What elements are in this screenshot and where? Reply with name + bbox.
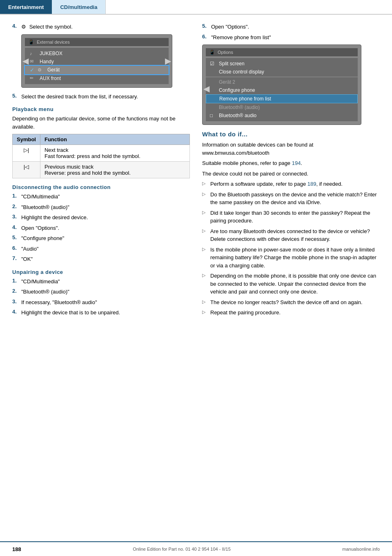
symbol-prev: |◁ <box>13 162 40 178</box>
disconnect-step-4-text: Open "Options". <box>21 224 59 232</box>
bullet-4-arrow: ▷ <box>202 227 208 234</box>
disconnect-step-7-num: 7. <box>12 255 21 261</box>
playback-body: Depending on the particular device, some… <box>12 115 190 131</box>
unpair-heading: Unpairing a device <box>12 269 190 275</box>
footer: 188 Online Edition for Part no. 01 40 2 … <box>0 541 392 556</box>
disconnect-step-1-text: "CD/Multimedia" <box>21 193 60 201</box>
screen2-title-icon: 📱 <box>209 49 215 55</box>
bullet-2-text: Do the Bluetooth passkeys on the device … <box>210 191 380 207</box>
disconnect-step-4-num: 4. <box>12 224 21 230</box>
jukebox-icon: ♪ <box>30 51 36 56</box>
gerat-check: ✓ <box>30 67 34 73</box>
aux-label: AUX front <box>40 76 61 81</box>
what-para2: Suitable mobile phones, refer to page 19… <box>202 159 380 167</box>
disconnect-step-3: 3. Highlight the desired device. <box>12 214 190 222</box>
right-step-6-num: 6. <box>202 33 211 40</box>
disconnect-step-2-text: "Bluetooth® (audio)" <box>21 203 69 211</box>
bullet-3-arrow: ▷ <box>202 209 208 215</box>
bullet-4: ▷ Are too many Bluetooth devices connect… <box>202 227 380 243</box>
disconnect-step-7: 7. "OK" <box>12 255 190 263</box>
right-step-6-row: 6. "Remove phone from list" <box>202 33 380 42</box>
col-symbol-header: Symbol <box>13 134 40 145</box>
bullet-7: ▷ The device no longer reacts? Switch th… <box>202 298 380 307</box>
screen1-row-handy: ✉ Handy <box>25 58 169 66</box>
bullet-1: ▷ Perform a software update, refer to pa… <box>202 180 380 188</box>
disconnect-step-5-num: 5. <box>12 234 21 240</box>
disconnect-step-6-text: "Audio" <box>21 245 38 253</box>
divider1 <box>206 77 358 77</box>
function-prev: Previous music track Reverse: press and … <box>40 162 189 178</box>
unpair-step-3-text: If necessary, "Bluetooth® audio" <box>21 298 97 307</box>
unpair-step-3: 3. If necessary, "Bluetooth® audio" <box>12 298 190 307</box>
disconnect-heading: Disconnecting the audio connection <box>12 184 190 190</box>
right-step-6-text: "Remove phone from list" <box>211 33 271 42</box>
unpair-step-2: 2. "Bluetooth® (audio)" <box>12 288 190 296</box>
disconnect-step-3-num: 3. <box>12 214 21 220</box>
option-bt-audio: Bluetooth® (audio) <box>206 103 358 111</box>
func-prev-line1: Previous music track <box>45 164 185 170</box>
bullet-7-text: The device no longer reacts? Switch the … <box>210 298 363 307</box>
screen-external-devices: 📱 External devices ♪ JUKEBOX ✉ Handy ✓ ⚙… <box>21 34 172 88</box>
bullet-6-text: Depending on the mobile phone, it is pos… <box>210 272 380 296</box>
table-header-row: Symbol Function <box>13 134 190 145</box>
table-row: |◁ Previous music track Reverse: press a… <box>13 162 190 178</box>
screen2-nav-left: ◀ <box>203 84 209 93</box>
disconnect-step-1: 1. "CD/Multimedia" <box>12 193 190 201</box>
bullet-6-arrow: ▷ <box>202 272 208 278</box>
step-5-left-row: 5. Select the desired track from the lis… <box>12 93 190 101</box>
split-screen-check: ☑ <box>210 61 216 67</box>
gerat-label: Gerät <box>47 67 60 73</box>
step-4-num: 4. <box>12 23 21 29</box>
tab-entertainment[interactable]: Entertainment <box>0 0 52 14</box>
what-para1: Information on suitable devices can be f… <box>202 141 380 157</box>
tab-cd-label: CD/multimedia <box>60 4 97 10</box>
bullet-6: ▷ Depending on the mobile phone, it is p… <box>202 272 380 296</box>
disconnect-step-5: 5. "Configure phone" <box>12 234 190 242</box>
unpair-step-4-num: 4. <box>12 309 21 315</box>
tab-entertainment-label: Entertainment <box>8 4 44 10</box>
bullet-1-link: 189 <box>307 181 316 187</box>
tab-cd-multimedia[interactable]: CD/multimedia <box>52 0 106 14</box>
unpair-step-2-num: 2. <box>12 288 21 294</box>
screen2-titlebar: 📱 Options <box>206 48 358 56</box>
symbol-next: ▷| <box>13 145 40 162</box>
bullet-4-text: Are too many Bluetooth devices connected… <box>210 227 380 243</box>
bullet-3: ▷ Did it take longer than 30 seconds to … <box>202 209 380 225</box>
option-gerat2: Gerät 2 <box>206 78 358 86</box>
screen1-title-icon: 📱 <box>28 39 34 45</box>
disconnect-step-3-text: Highlight the desired device. <box>21 214 88 222</box>
header: Entertainment CD/multimedia <box>0 0 392 15</box>
disconnect-step-1-num: 1. <box>12 193 21 199</box>
footer-page-num: 188 <box>12 546 21 552</box>
right-step-5-row: 5. Open "Options". <box>202 23 380 31</box>
gerat2-label: Gerät 2 <box>219 79 235 85</box>
bullet-8-arrow: ▷ <box>202 309 208 315</box>
step-4-row: 4. ⚙ Select the symbol. <box>12 23 190 31</box>
footer-center-text: Online Edition for Part no. 01 40 2 954 … <box>133 547 231 552</box>
configure-phone-label: Configure phone <box>219 87 255 93</box>
right-step-5-num: 5. <box>202 23 211 29</box>
what-para3: The device could not be paired or connec… <box>202 170 380 178</box>
disconnect-step-6: 6. "Audio" <box>12 245 190 253</box>
bullet-5: ▷ Is the mobile phone in power-save mode… <box>202 246 380 270</box>
playback-heading: Playback menu <box>12 106 190 112</box>
gerat-icon: ⚙ <box>38 67 44 73</box>
disconnect-step-5-text: "Configure phone" <box>21 234 64 242</box>
step-5-left-text: Select the desired track from the list, … <box>21 93 138 101</box>
screen1-titlebar: 📱 External devices <box>25 38 169 46</box>
func-next-line1: Next track <box>45 147 185 153</box>
disconnect-step-7-text: "OK" <box>21 255 33 263</box>
step-4-text: ⚙ Select the symbol. <box>21 23 73 31</box>
disconnect-step-2: 2. "Bluetooth® (audio)" <box>12 203 190 211</box>
table-row: ▷| Next track Fast forward: press and ho… <box>13 145 190 162</box>
unpair-step-1-num: 1. <box>12 278 21 284</box>
bullet-1-text: Perform a software update, refer to page… <box>210 180 343 188</box>
unpair-step-1-text: "CD/Multimedia" <box>21 278 60 286</box>
para2-prefix: Suitable mobile phones, refer to page <box>202 160 292 166</box>
what-heading: What to do if... <box>202 131 380 138</box>
bullet-3-text: Did it take longer than 30 seconds to en… <box>210 209 380 225</box>
handy-icon: ✉ <box>30 59 36 64</box>
option-remove-phone: Remove phone from list <box>206 94 358 103</box>
option-close-control: Close control display <box>206 68 358 76</box>
right-column: 5. Open "Options". 6. "Remove phone from… <box>202 23 380 319</box>
